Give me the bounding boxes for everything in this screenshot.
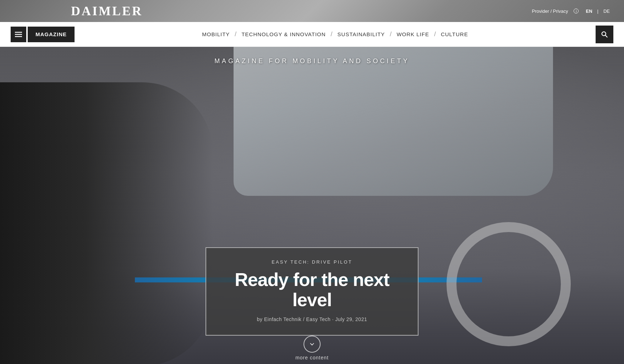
svg-point-3 (602, 32, 606, 35)
article-meta: by Einfach Technik / Easy Tech · July 29… (220, 316, 404, 322)
nav-item-sustainability[interactable]: SUSTAINABILITY (335, 31, 388, 37)
top-bar-right: Provider / Privacy i EN | DE (532, 9, 610, 14)
magazine-button[interactable]: MAGAZINE (28, 27, 75, 42)
lang-en[interactable]: EN (586, 9, 592, 14)
lang-de[interactable]: DE (603, 9, 610, 14)
nav-sep-3: / (388, 31, 394, 38)
nav-sep-1: / (232, 31, 239, 38)
svg-line-4 (605, 35, 607, 37)
nav-bar: MAGAZINE MOBILITY / TECHNOLOGY & INNOVAT… (0, 22, 624, 47)
site-logo[interactable]: DAIMLER (71, 4, 143, 18)
nav-sep-4: / (432, 31, 438, 38)
hero-person-silhouette (0, 82, 213, 364)
search-button[interactable] (596, 26, 613, 43)
nav-item-tech-innovation[interactable]: TECHNOLOGY & INNOVATION (239, 31, 328, 37)
hero-article-card[interactable]: EASY TECH: DRIVE PILOT Ready for the nex… (206, 247, 418, 336)
more-content-label: more content (295, 355, 329, 360)
chevron-down-icon (308, 341, 316, 348)
article-title: Ready for the next level (220, 270, 404, 310)
hero-subtitle: MAGAZINE FOR MOBILITY AND SOCIETY (0, 57, 624, 65)
top-bar: DAIMLER Provider / Privacy i EN | DE (0, 0, 624, 22)
hero-section: MAGAZINE FOR MOBILITY AND SOCIETY EASY T… (0, 47, 624, 364)
hero-windshield (234, 47, 553, 196)
provider-privacy-link[interactable]: Provider / Privacy (532, 9, 568, 14)
lang-separator: | (597, 9, 598, 14)
hero-steering-wheel (447, 222, 571, 346)
scroll-down-circle[interactable] (303, 336, 321, 353)
nav-item-culture[interactable]: CULTURE (438, 31, 471, 37)
hamburger-button[interactable] (11, 27, 26, 42)
article-category: EASY TECH: DRIVE PILOT (220, 259, 404, 265)
info-icon[interactable]: i (574, 9, 579, 13)
nav-item-work-life[interactable]: WORK LIFE (394, 31, 432, 37)
nav-sep-2: / (329, 31, 335, 38)
search-icon (601, 31, 608, 38)
more-content-button[interactable]: more content (295, 336, 329, 360)
nav-item-mobility[interactable]: MOBILITY (199, 31, 232, 37)
nav-links: MOBILITY / TECHNOLOGY & INNOVATION / SUS… (75, 31, 596, 38)
